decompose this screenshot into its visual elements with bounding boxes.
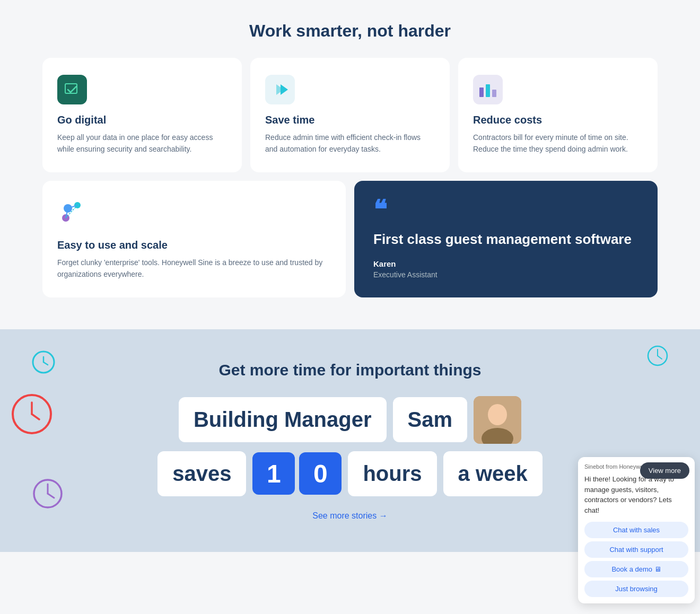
save-time-icon bbox=[265, 75, 295, 104]
svg-rect-4 bbox=[486, 84, 490, 97]
reduce-costs-card: Reduce costs Contractors bill for every … bbox=[458, 58, 658, 172]
scale-title: Easy to use and scale bbox=[57, 239, 331, 251]
number1-box: 1 bbox=[252, 452, 295, 495]
person-name-label: Sam bbox=[408, 408, 453, 432]
reduce-costs-desc: Contractors bill for every minute of tim… bbox=[473, 131, 643, 155]
number2-label: 0 bbox=[313, 459, 328, 488]
flip-group: 1 0 bbox=[252, 452, 342, 495]
period-box: a week bbox=[443, 451, 542, 496]
testimonial-quote: First class guest management software bbox=[373, 231, 638, 249]
number2-box: 0 bbox=[299, 452, 342, 495]
see-more-anchor[interactable]: See more stories → bbox=[312, 511, 387, 520]
cards-grid: Go digital Keep all your data in one pla… bbox=[42, 58, 658, 172]
testimonial-name: Karen bbox=[373, 259, 638, 268]
svg-rect-5 bbox=[492, 90, 496, 97]
hours-box: hours bbox=[348, 451, 436, 496]
chat-message: Hi there! Looking for a way to manage gu… bbox=[584, 474, 688, 515]
quote-icon: ❝ bbox=[373, 200, 638, 220]
clock-red-icon bbox=[11, 393, 53, 435]
person-photo bbox=[474, 396, 521, 444]
clock-purple-icon bbox=[32, 478, 64, 510]
role-label: Building Manager bbox=[194, 408, 372, 432]
svg-point-25 bbox=[488, 404, 507, 425]
page-title: Work smarter, not harder bbox=[42, 21, 658, 41]
go-digital-card: Go digital Keep all your data in one pla… bbox=[42, 58, 242, 172]
stats-row2: saves 1 0 hours a week bbox=[158, 451, 542, 496]
svg-line-20 bbox=[48, 494, 54, 498]
saves-box: saves bbox=[158, 451, 246, 496]
chat-support-button[interactable]: Chat with support bbox=[584, 541, 688, 552]
chat-sales-button[interactable]: Chat with sales bbox=[584, 522, 688, 538]
chat-buttons: Chat with sales Chat with support Book a… bbox=[584, 522, 688, 552]
svg-rect-3 bbox=[479, 87, 484, 97]
number1-label: 1 bbox=[267, 459, 281, 488]
go-digital-title: Go digital bbox=[57, 114, 227, 126]
svg-marker-2 bbox=[281, 84, 288, 95]
testimonial-card: ❝ First class guest management software … bbox=[354, 181, 658, 297]
see-more-link[interactable]: See more stories → bbox=[42, 511, 658, 521]
reduce-costs-title: Reduce costs bbox=[473, 114, 643, 126]
bottom-title: Get more time for important things bbox=[42, 361, 658, 379]
action-label: saves bbox=[172, 462, 231, 486]
stats-container: Building Manager Sam saves 1 bbox=[42, 396, 658, 496]
go-digital-desc: Keep all your data in one place for easy… bbox=[57, 131, 227, 155]
svg-line-14 bbox=[43, 362, 48, 365]
role-box: Building Manager bbox=[179, 397, 387, 442]
scale-desc: Forget clunky 'enterprise' tools. Honeyw… bbox=[57, 257, 331, 280]
network-icon bbox=[57, 198, 87, 227]
second-row: Easy to use and scale Forget clunky 'ent… bbox=[42, 181, 658, 297]
svg-line-17 bbox=[32, 414, 39, 419]
name-box: Sam bbox=[393, 397, 468, 442]
clock-green-icon bbox=[647, 345, 668, 366]
save-time-title: Save time bbox=[265, 114, 435, 126]
save-time-desc: Reduce admin time with efficient check-i… bbox=[265, 131, 435, 155]
svg-line-23 bbox=[658, 356, 662, 359]
reduce-costs-icon bbox=[473, 75, 503, 104]
view-more-button[interactable]: View more bbox=[640, 462, 689, 479]
top-section: Work smarter, not harder Go digital Keep… bbox=[0, 0, 700, 329]
go-digital-icon bbox=[57, 75, 87, 104]
scale-card: Easy to use and scale Forget clunky 'ent… bbox=[42, 181, 346, 297]
stats-row1: Building Manager Sam bbox=[179, 396, 521, 444]
clock-teal-icon bbox=[32, 350, 55, 374]
hours-label: hours bbox=[363, 462, 422, 486]
period-label: a week bbox=[458, 462, 528, 486]
chat-widget: View more Sinebot from Honeywell Sine • … bbox=[578, 457, 695, 552]
testimonial-role: Executive Assistant bbox=[373, 270, 638, 279]
save-time-card: Save time Reduce admin time with efficie… bbox=[250, 58, 450, 172]
